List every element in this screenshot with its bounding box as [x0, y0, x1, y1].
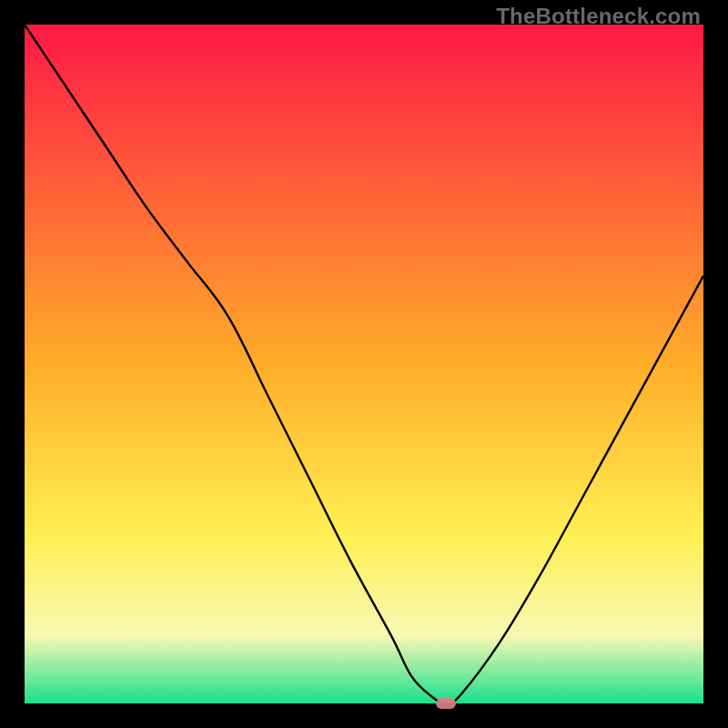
bottleneck-chart [25, 25, 703, 703]
chart-frame: TheBottleneck.com [0, 0, 728, 728]
optimum-marker [436, 698, 456, 709]
gradient-background [25, 25, 703, 703]
plot-area [25, 25, 703, 703]
